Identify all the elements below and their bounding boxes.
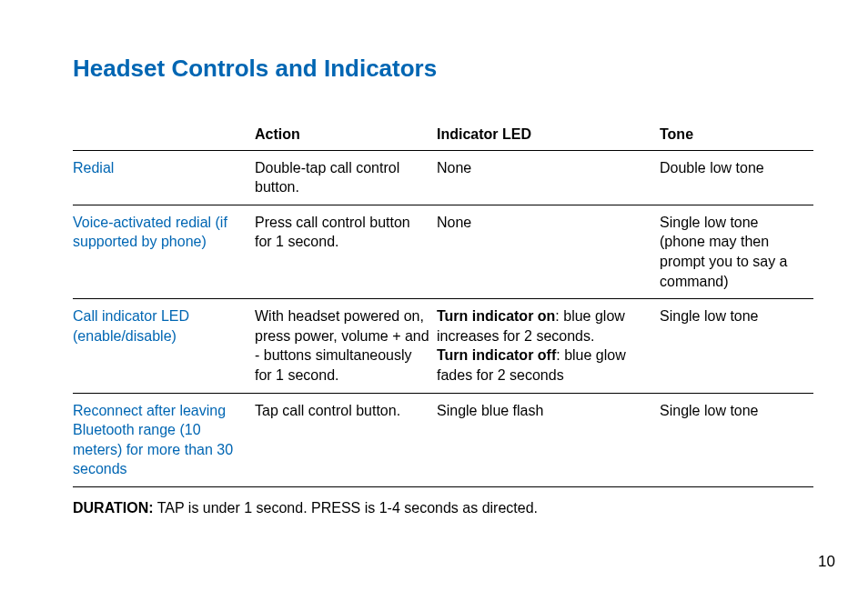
cell-tone: Single low tone [660, 393, 813, 486]
duration-text: TAP is under 1 second. PRESS is 1-4 seco… [154, 500, 538, 516]
page-title: Headset Controls and Indicators [73, 55, 813, 83]
table-header-row: Action Indicator LED Tone [73, 119, 813, 150]
duration-label: DURATION: [73, 500, 154, 516]
cell-action: Double-tap call control button. [255, 150, 437, 205]
duration-note: DURATION: TAP is under 1 second. PRESS i… [73, 500, 813, 516]
led-off-label: Turn indicator off [437, 347, 556, 363]
cell-function: Call indicator LED (enable/disable) [73, 299, 255, 393]
cell-tone: Double low tone [660, 150, 813, 205]
table-row: Reconnect after leaving Bluetooth range … [73, 393, 813, 486]
header-action: Action [255, 119, 437, 150]
cell-action: Tap call control button. [255, 393, 437, 486]
cell-led: None [437, 150, 660, 205]
cell-led: None [437, 205, 660, 298]
cell-function: Redial [73, 150, 255, 205]
header-function [73, 119, 255, 150]
cell-led: Turn indicator on: blue glow increases f… [437, 299, 660, 393]
cell-tone: Single low tone (phone may then prompt y… [660, 205, 813, 298]
led-on-label: Turn indicator on [437, 308, 555, 324]
cell-tone: Single low tone [660, 299, 813, 393]
controls-table: Action Indicator LED Tone Redial Double-… [73, 119, 813, 487]
cell-action: Press call control button for 1 second. [255, 205, 437, 298]
header-indicator-led: Indicator LED [437, 119, 660, 150]
table-row: Call indicator LED (enable/disable) With… [73, 299, 813, 393]
page-number: 10 [818, 553, 835, 571]
table-row: Redial Double-tap call control button. N… [73, 150, 813, 205]
header-tone: Tone [660, 119, 813, 150]
cell-function: Voice-activated redial (if supported by … [73, 205, 255, 298]
cell-led: Single blue flash [437, 393, 660, 486]
cell-function: Reconnect after leaving Bluetooth range … [73, 393, 255, 486]
table-row: Voice-activated redial (if supported by … [73, 205, 813, 298]
cell-action: With headset powered on, press power, vo… [255, 299, 437, 393]
